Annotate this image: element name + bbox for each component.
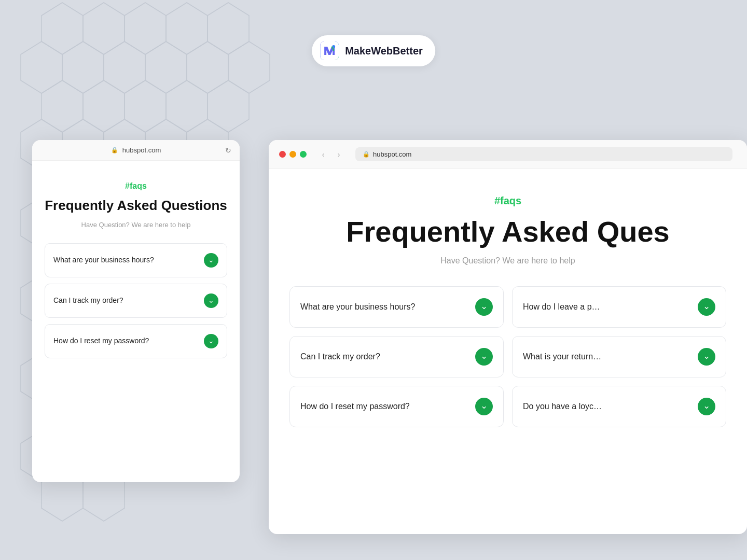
traffic-light-red[interactable] [279,151,286,158]
back-arrow[interactable]: ‹ [317,148,329,161]
desktop-faq-item-right-1[interactable]: How do I leave a p… [512,286,726,328]
mobile-faq-question-2: Can I track my order? [53,296,198,306]
mobile-faq-chevron-3[interactable] [204,334,218,348]
desktop-faq-item-right-2[interactable]: What is your return… [512,336,726,377]
mobile-faq-subtitle: Have Question? We are here to help [45,221,227,229]
desktop-faq-chevron-right-2[interactable] [698,348,715,366]
desktop-faq-question-right-1: How do I leave a p… [523,302,691,312]
desktop-faq-chevron-1[interactable] [475,298,493,316]
desktop-browser-window: ‹ › 🔒 hubspot.com #faqs Frequently Asked… [269,140,747,534]
mobile-faq-chevron-1[interactable] [204,253,218,268]
desktop-url: hubspot.com [373,150,411,158]
mobile-browser-window: 🔒 hubspot.com ↻ #faqs Frequently Asked Q… [32,140,240,482]
mobile-refresh-icon[interactable]: ↻ [225,146,231,155]
desktop-faq-item-3[interactable]: How do I reset my password? [289,386,504,427]
desktop-faq-item-right-3[interactable]: Do you have a loyc… [512,386,726,427]
desktop-faq-subtitle: Have Question? We are here to help [289,256,726,265]
desktop-content: #faqs Frequently Asked Ques Have Questio… [269,169,747,443]
mobile-faq-question-3: How do I reset my password? [53,336,198,346]
traffic-light-yellow[interactable] [289,151,296,158]
desktop-faq-title: Frequently Asked Ques [289,214,726,249]
mobile-faq-title: Frequently Asked Questions [45,197,227,215]
mobile-faq-chevron-2[interactable] [204,293,218,308]
desktop-faq-tag: #faqs [289,195,726,207]
traffic-lights [279,151,307,158]
logo-text: MakeWebBetter [345,45,423,57]
mobile-faq-item-1[interactable]: What are your business hours? [45,243,227,277]
desktop-faq-grid: What are your business hours? How do I l… [289,286,726,427]
desktop-faq-chevron-3[interactable] [475,398,493,415]
desktop-faq-chevron-2[interactable] [475,348,493,366]
desktop-faq-question-1: What are your business hours? [300,302,469,312]
desktop-lock-icon: 🔒 [363,151,370,158]
desktop-faq-question-right-2: What is your return… [523,352,691,361]
mobile-lock-icon: 🔒 [111,147,118,153]
svg-rect-41 [320,41,339,60]
nav-arrows: ‹ › [317,148,345,161]
mobile-faq-tag: #faqs [45,181,227,191]
traffic-light-green[interactable] [300,151,307,158]
forward-arrow[interactable]: › [333,148,345,161]
mobile-faq-question-1: What are your business hours? [53,255,198,265]
desktop-faq-chevron-right-1[interactable] [698,298,715,316]
desktop-faq-question-2: Can I track my order? [300,352,469,361]
desktop-faq-question-3: How do I reset my password? [300,402,469,411]
desktop-faq-item-1[interactable]: What are your business hours? [289,286,504,328]
mobile-faq-item-2[interactable]: Can I track my order? [45,284,227,318]
desktop-faq-question-right-3: Do you have a loyc… [523,402,691,411]
mobile-address-bar: 🔒 hubspot.com ↻ [32,140,240,161]
logo-icon [320,41,339,60]
desktop-url-bar: 🔒 hubspot.com [355,147,732,161]
desktop-address-bar: ‹ › 🔒 hubspot.com [269,140,747,169]
mobile-content: #faqs Frequently Asked Questions Have Qu… [32,161,240,377]
desktop-faq-chevron-right-3[interactable] [698,398,715,415]
mobile-faq-item-3[interactable]: How do I reset my password? [45,324,227,358]
mobile-url: hubspot.com [122,146,161,154]
logo-pill: MakeWebBetter [312,35,435,66]
desktop-faq-item-2[interactable]: Can I track my order? [289,336,504,377]
